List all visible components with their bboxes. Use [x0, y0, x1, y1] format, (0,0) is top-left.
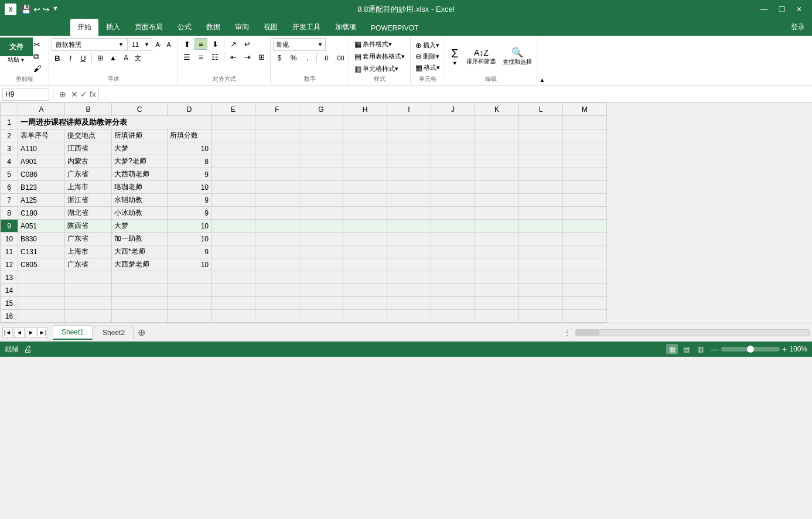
cell[interactable]: 上海市 [65, 181, 112, 194]
cell[interactable] [563, 168, 607, 181]
col-header-b[interactable]: B [65, 103, 112, 116]
cell[interactable]: C131 [18, 245, 65, 258]
cell[interactable] [299, 207, 343, 220]
cell[interactable] [387, 284, 431, 297]
cell[interactable] [563, 129, 607, 142]
cell[interactable] [211, 181, 255, 194]
sheet-tab-1[interactable]: Sheet1 [53, 325, 93, 340]
login-button[interactable]: 登录 [784, 19, 812, 36]
merge-center-button[interactable]: ⊞ [255, 51, 268, 63]
zoom-slider[interactable] [721, 347, 780, 351]
sheet-last-button[interactable]: ►| [37, 327, 48, 338]
cell[interactable] [168, 271, 211, 284]
cell[interactable]: 江西省 [65, 142, 112, 155]
cell[interactable]: 10 [168, 142, 211, 155]
cell[interactable] [299, 284, 343, 297]
cell[interactable] [343, 168, 387, 181]
cell[interactable] [343, 310, 387, 323]
col-header-m[interactable]: M [563, 103, 607, 116]
cell[interactable] [563, 155, 607, 168]
cell[interactable] [255, 168, 299, 181]
row-number[interactable]: 10 [1, 233, 18, 245]
cell[interactable] [255, 116, 299, 129]
cell[interactable] [299, 297, 343, 310]
tab-file[interactable]: 文件 [0, 37, 33, 56]
conditional-format-button[interactable]: ▦ 条件格式▾ [352, 39, 408, 50]
cell[interactable] [211, 297, 255, 310]
cell[interactable] [431, 207, 475, 220]
cell[interactable]: A051 [18, 220, 65, 233]
row-number[interactable]: 12 [1, 258, 18, 271]
sheet-tab-2[interactable]: Sheet2 [94, 326, 134, 339]
cell[interactable] [18, 271, 65, 284]
cell[interactable] [343, 129, 387, 142]
cell[interactable] [431, 220, 475, 233]
orientation-button[interactable]: ↗ [227, 38, 240, 50]
currency-button[interactable]: $ [273, 52, 286, 64]
undo-quickaccess[interactable]: ↩ [33, 5, 40, 14]
cell[interactable]: 大西梦老师 [112, 258, 168, 271]
cell[interactable] [255, 155, 299, 168]
cell[interactable] [211, 258, 255, 271]
cell[interactable] [299, 271, 343, 284]
col-header-g[interactable]: G [299, 103, 343, 116]
tab-formulas[interactable]: 公式 [170, 19, 199, 36]
cell[interactable] [65, 284, 112, 297]
increase-decimal-button[interactable]: .0 [319, 52, 332, 64]
sum-button[interactable]: Σ ▼ [448, 46, 462, 67]
cell[interactable] [343, 181, 387, 194]
cell[interactable] [255, 181, 299, 194]
cell[interactable] [475, 220, 519, 233]
cell[interactable]: A110 [18, 142, 65, 155]
ribbon-expand[interactable]: ▲ [537, 37, 547, 84]
cell[interactable]: 加一助教 [112, 233, 168, 245]
tab-developer[interactable]: 开发工具 [285, 19, 327, 36]
cell[interactable] [387, 233, 431, 245]
cell[interactable] [112, 310, 168, 323]
cell[interactable] [65, 271, 112, 284]
zoom-out-button[interactable]: — [711, 344, 719, 354]
increase-font-button[interactable]: A↑ [153, 39, 164, 50]
cell[interactable] [563, 181, 607, 194]
align-top-button[interactable]: ⬆ [180, 38, 193, 50]
cell[interactable]: 9 [168, 194, 211, 207]
cell[interactable] [211, 245, 255, 258]
row-number[interactable]: 15 [1, 297, 18, 310]
cell[interactable]: 所填分数 [168, 129, 211, 142]
cell[interactable] [431, 168, 475, 181]
format-painter-button[interactable]: 🖌 [32, 63, 44, 74]
col-header-e[interactable]: E [211, 103, 255, 116]
cell[interactable] [563, 245, 607, 258]
cell[interactable] [475, 271, 519, 284]
cell[interactable] [255, 142, 299, 155]
cell[interactable] [211, 271, 255, 284]
page-break-view-button[interactable]: ▥ [694, 344, 706, 354]
cell[interactable]: 广东省 [65, 258, 112, 271]
cell[interactable] [431, 142, 475, 155]
cell[interactable]: 广东省 [65, 233, 112, 245]
cell[interactable] [563, 284, 607, 297]
cell[interactable] [299, 155, 343, 168]
row-number[interactable]: 8 [1, 207, 18, 220]
cell[interactable] [475, 155, 519, 168]
cell[interactable] [563, 194, 607, 207]
cell[interactable] [299, 194, 343, 207]
formula-bar-expand-icon[interactable]: ⊕ [57, 90, 69, 99]
format-wen-button[interactable]: 文 [133, 52, 142, 64]
cell[interactable] [387, 245, 431, 258]
cell[interactable] [168, 284, 211, 297]
cell[interactable] [112, 297, 168, 310]
cell[interactable]: 9 [168, 168, 211, 181]
cell[interactable] [343, 284, 387, 297]
row-number[interactable]: 3 [1, 142, 18, 155]
cell[interactable] [475, 233, 519, 245]
sort-filter-button[interactable]: A↕Z 排序和筛选 [464, 47, 498, 66]
row-number[interactable]: 11 [1, 245, 18, 258]
cell[interactable]: 10 [168, 220, 211, 233]
tab-home[interactable]: 开始 [70, 19, 98, 36]
cell[interactable] [431, 194, 475, 207]
cell[interactable] [519, 194, 563, 207]
cell[interactable]: C180 [18, 207, 65, 220]
cell[interactable] [563, 116, 607, 129]
cell[interactable]: 珞珈老师 [112, 181, 168, 194]
